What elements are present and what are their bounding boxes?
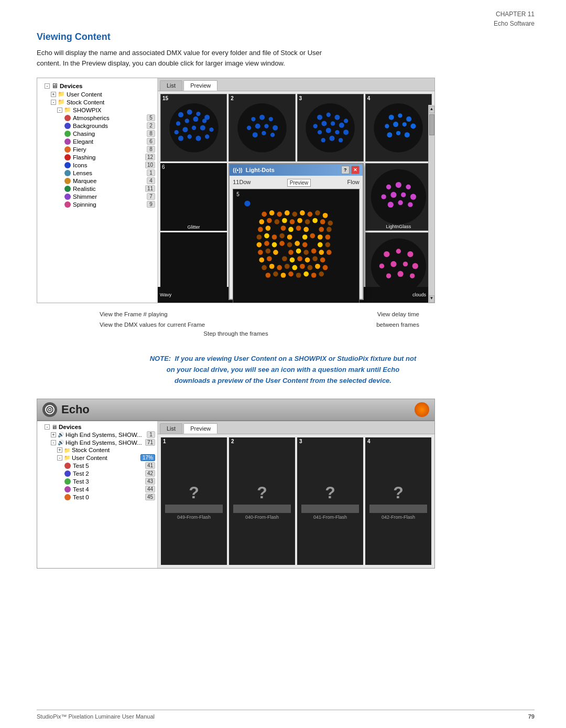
echo-cell3-qmark: ?: [325, 483, 335, 502]
tree-root: - 🖥 Devices: [37, 81, 157, 90]
svg-point-86: [257, 234, 262, 240]
svg-point-111: [296, 249, 301, 254]
echo-logo-orb: [415, 402, 429, 417]
svg-point-161: [412, 263, 418, 269]
tree-backgrounds[interactable]: Backgrounds 2: [37, 122, 157, 130]
preview-cell-3[interactable]: 3: [297, 94, 364, 162]
svg-point-117: [267, 256, 272, 261]
tree-atmospherics[interactable]: Atmospherics 5: [37, 114, 157, 122]
echo-preview-cell-2[interactable]: 2 ? 040-From-Flash: [229, 437, 295, 565]
dialog-header-left: 11Dow: [233, 179, 251, 187]
echo-stock-label: Stock Content: [72, 447, 110, 453]
intro-line2: content. In the Preview display, you can…: [37, 58, 529, 69]
tree-flashing[interactable]: Flashing 12: [37, 153, 157, 161]
svg-point-73: [313, 218, 318, 223]
scroll-thumb[interactable]: [429, 114, 434, 135]
preview-scrollbar[interactable]: ▲ ▼: [428, 105, 434, 303]
echo-test4[interactable]: Test 4 44: [37, 485, 157, 493]
echo-expand-hes1[interactable]: +: [51, 432, 56, 437]
echo-logo-icon: [42, 402, 57, 417]
tree-expand-devices[interactable]: -: [45, 83, 50, 89]
tree-flashing-icon: [64, 154, 71, 160]
svg-point-89: [279, 233, 285, 239]
preview-glitter-cell[interactable]: 6 Glitter: [160, 163, 227, 231]
tree-realistic[interactable]: Realistic 11: [37, 185, 157, 192]
svg-point-126: [269, 264, 275, 269]
echo-hes2[interactable]: - 🔊 High End Systems, SHOW... 71: [37, 438, 157, 446]
echo-expand-user[interactable]: -: [57, 455, 62, 461]
tree-marquee[interactable]: Marquee 4: [37, 177, 157, 185]
echo-user[interactable]: - 📁 User Content 17%: [37, 454, 157, 462]
tree-expand-stock[interactable]: -: [51, 100, 56, 105]
scroll-up[interactable]: ▲: [429, 106, 434, 113]
preview-lightnglass-cell[interactable]: LightnGlass: [365, 163, 432, 231]
echo-preview-cell-3[interactable]: 3 ? 041-From-Flash: [297, 437, 363, 565]
tree-icons[interactable]: Icons 10: [37, 161, 157, 169]
footer-right: 79: [528, 713, 535, 720]
tab-preview[interactable]: Preview: [183, 80, 217, 91]
echo-test5[interactable]: Test 5 41: [37, 462, 157, 469]
echo-expand-stock[interactable]: +: [57, 447, 62, 453]
echo-stock[interactable]: + 📁 Stock Content: [37, 446, 157, 454]
preview-cell-4[interactable]: 4: [365, 94, 432, 162]
echo-cell2-label: 040-From-Flash: [245, 515, 279, 520]
page-footer: StudioPix™ Pixelation Luminaire User Man…: [37, 710, 535, 720]
tree-atmospherics-badge: 5: [147, 114, 155, 121]
preview-cell-1[interactable]: 15: [160, 94, 227, 162]
echo-cell2-qmark: ?: [257, 483, 267, 502]
tree-expand-user[interactable]: +: [51, 92, 56, 97]
svg-point-20: [259, 114, 265, 120]
svg-point-139: [304, 271, 309, 276]
echo-test3[interactable]: Test 3 43: [37, 477, 157, 485]
echo-tab-preview[interactable]: Preview: [183, 423, 217, 434]
svg-point-80: [288, 227, 293, 232]
svg-point-50: [393, 122, 398, 127]
tree-fiery[interactable]: Fiery 8: [37, 145, 157, 153]
svg-point-72: [305, 219, 310, 224]
svg-point-134: [266, 273, 271, 278]
tree-backgrounds-badge: 2: [147, 122, 155, 129]
svg-point-69: [282, 218, 287, 223]
tree-showpix[interactable]: - 📁 SHOWPIX: [37, 106, 157, 114]
echo-test2[interactable]: Test 2 42: [37, 469, 157, 477]
svg-point-88: [272, 234, 277, 240]
svg-point-145: [396, 182, 401, 188]
echo-preview-cell-4[interactable]: 4 ? 042-From-Flash: [365, 437, 431, 565]
dialog-help-btn[interactable]: ?: [341, 166, 350, 174]
echo-expand-hes2[interactable]: -: [51, 440, 56, 445]
preview-cell-2[interactable]: 2: [228, 94, 295, 162]
tree-shimmer[interactable]: Shimmer 7: [37, 192, 157, 200]
tree-shimmer-badge: 7: [147, 193, 155, 200]
echo-cell1-num: 1: [163, 438, 166, 444]
svg-point-47: [398, 113, 402, 117]
echo-preview-cell-1[interactable]: 1 ? 049-From-Flash: [161, 437, 227, 565]
tab-list[interactable]: List: [160, 80, 182, 91]
svg-point-27: [262, 131, 266, 135]
echo-tab-list[interactable]: List: [160, 423, 182, 434]
svg-point-46: [389, 114, 394, 120]
echo-hes1[interactable]: + 🔊 High End Systems, SHOW... 1: [37, 431, 157, 438]
tree-spinning[interactable]: Spinning 9: [37, 200, 157, 208]
tree-stock-content[interactable]: - 📁 Stock Content: [37, 98, 157, 106]
dialog-close-btn[interactable]: ✕: [351, 166, 360, 174]
echo-expand-root[interactable]: -: [45, 424, 50, 430]
echo-test0[interactable]: Test 0 45: [37, 493, 157, 501]
echo-cell1-qmark: ?: [189, 483, 199, 502]
echo-test5-label: Test 5: [73, 463, 89, 469]
echo-hes2-label: High End Systems, SHOW...: [66, 440, 142, 446]
tree-user-content[interactable]: + 📁 User Content: [37, 90, 157, 98]
tree-chasing[interactable]: Chasing 8: [37, 130, 157, 137]
svg-point-19: [251, 117, 255, 121]
tree-elegant-badge: 6: [147, 138, 155, 145]
svg-point-61: [292, 211, 298, 217]
tree-fiery-icon: [64, 146, 71, 153]
tree-lenses[interactable]: Lenses 1: [37, 169, 157, 177]
scroll-down[interactable]: ▼: [429, 295, 434, 303]
svg-point-133: [323, 265, 328, 270]
tree-backgrounds-label: Backgrounds: [73, 123, 108, 129]
svg-point-30: [317, 114, 322, 120]
tree-expand-showpix[interactable]: -: [57, 108, 62, 113]
echo-test4-label: Test 4: [73, 486, 89, 493]
echo-devices-label: Devices: [59, 424, 81, 430]
tree-elegant[interactable]: Elegant 6: [37, 137, 157, 145]
